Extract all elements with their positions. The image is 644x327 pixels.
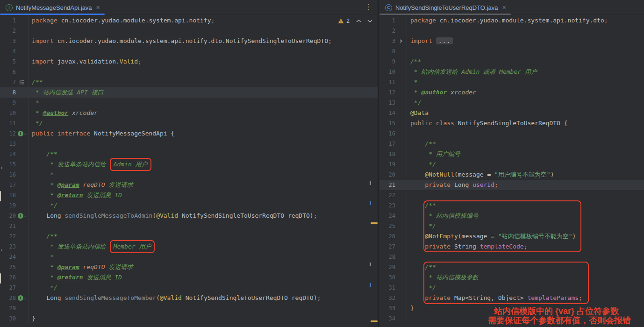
code-line[interactable]: 17 /** — [379, 139, 644, 149]
line-number[interactable]: 11 — [0, 118, 16, 128]
error-stripe-mark[interactable] — [0, 273, 1, 284]
code-line[interactable]: 9 * — [0, 98, 378, 108]
line-number[interactable]: 13 — [0, 139, 16, 149]
line-number[interactable]: 18 — [379, 149, 395, 159]
line-number[interactable]: 3 — [0, 36, 16, 46]
error-stripe-mark[interactable] — [370, 181, 371, 185]
code-line[interactable]: 3import ... — [379, 36, 644, 46]
line-number[interactable]: 22 — [379, 190, 395, 200]
code-line[interactable]: 20 @NotNull(message = "用户编号不能为空") — [379, 170, 644, 180]
code-line[interactable]: 27 */ — [0, 283, 378, 293]
line-number[interactable]: 12 — [379, 87, 395, 98]
code-line[interactable]: 1package cn.iocoder.yudao.module.system.… — [379, 15, 644, 26]
line-number[interactable]: 11 — [379, 77, 395, 87]
line-number[interactable]: 29 — [0, 303, 16, 313]
line-number[interactable]: 28 — [379, 252, 395, 262]
code-line[interactable]: 12 * @author xrcoder — [379, 87, 644, 98]
code-line[interactable]: 28 — [379, 252, 644, 262]
code-line[interactable]: 5import javax.validation.Valid; — [0, 57, 378, 67]
code-line[interactable]: 32 private Map<String, Object> templateP… — [379, 293, 644, 303]
line-number[interactable]: 30 — [0, 313, 16, 324]
line-number[interactable]: 31 — [379, 283, 395, 293]
line-number[interactable]: 19 — [0, 200, 16, 211]
line-number[interactable]: 29 — [379, 262, 395, 272]
code-line[interactable]: 6 — [0, 67, 378, 77]
code-line[interactable]: 26 * @return 发送消息 ID — [0, 272, 378, 283]
close-icon[interactable]: × — [96, 4, 100, 11]
line-number[interactable]: 17 — [0, 180, 16, 190]
line-number[interactable]: 15 — [0, 159, 16, 170]
code-line[interactable]: 16 — [379, 128, 644, 139]
code-line[interactable]: 29 /** — [379, 262, 644, 272]
line-number[interactable]: 2 — [379, 26, 395, 36]
code-line[interactable]: 26 @NotEmpty(message = "站内信模板编号不能为空") — [379, 231, 644, 242]
code-line[interactable]: 7/** — [0, 77, 378, 87]
line-number[interactable]: 26 — [0, 272, 16, 283]
line-number[interactable]: 21 — [0, 221, 16, 231]
tab-notifymessagesendapi[interactable]: I NotifyMessageSendApi.java × — [0, 0, 105, 15]
implementation-marker-icon[interactable]: I↓ — [16, 128, 28, 139]
code-line[interactable]: 2 — [379, 26, 644, 36]
code-line[interactable]: 28I↓ Long sendSingleMessageToMember(@Val… — [0, 293, 378, 303]
code-line[interactable]: 23 /** — [379, 200, 644, 211]
next-warning-icon[interactable] — [367, 19, 373, 23]
code-line[interactable]: 30} — [0, 313, 378, 324]
code-line[interactable]: 17 * @param reqDTO 发送请求 — [0, 180, 378, 190]
line-number[interactable]: 10 — [0, 108, 16, 118]
code-line[interactable]: 1package cn.iocoder.yudao.module.system.… — [0, 15, 378, 26]
line-number[interactable]: 9 — [379, 57, 395, 67]
fold-arrow-icon[interactable] — [395, 36, 407, 46]
more-menu-icon[interactable]: ⋮ — [365, 2, 372, 11]
line-number[interactable]: 14 — [379, 108, 395, 118]
error-stripe-mark[interactable] — [1, 249, 2, 251]
error-stripe-mark[interactable] — [371, 222, 378, 224]
line-number[interactable]: 4 — [0, 46, 16, 57]
line-number[interactable]: 1 — [0, 15, 16, 26]
code-line[interactable]: 22 /** — [0, 231, 378, 242]
code-line[interactable]: 11 * — [379, 77, 644, 87]
code-line[interactable]: 16 * — [0, 170, 378, 180]
implementation-marker-icon[interactable]: I↓ — [16, 293, 28, 303]
code-line[interactable]: 23 * 发送单条站内信给 Member 用户 — [0, 242, 378, 252]
code-line[interactable]: 21 — [0, 221, 378, 231]
implementation-marker-icon[interactable]: I↓ — [16, 211, 28, 221]
error-stripe-mark[interactable] — [0, 191, 1, 201]
error-stripe-mark[interactable] — [370, 283, 371, 287]
code-line-current[interactable]: 8 * 站内信发送 API 接口 — [0, 87, 378, 98]
line-number[interactable]: 12 — [0, 128, 16, 139]
code-line-current[interactable]: 21 private Long userId; — [379, 180, 644, 190]
line-number[interactable]: 6 — [0, 67, 16, 77]
line-number[interactable]: 19 — [379, 159, 395, 170]
code-line[interactable]: 10 * 站内信发送给 Admin 或者 Member 用户 — [379, 67, 644, 77]
tab-notifysendsingletouserreqdto[interactable]: C NotifySendSingleToUserReqDTO.java × — [379, 0, 511, 15]
code-line[interactable]: 8 — [379, 46, 644, 57]
code-line[interactable]: 25 */ — [379, 221, 644, 231]
code-line[interactable]: 29 — [0, 303, 378, 313]
line-number[interactable]: 14 — [0, 149, 16, 159]
code-line[interactable]: 19 */ — [0, 200, 378, 211]
code-line[interactable]: 9/** — [379, 57, 644, 67]
code-line[interactable]: 22 — [379, 190, 644, 200]
code-line[interactable]: 4 — [0, 46, 378, 57]
code-line[interactable]: 24 * — [0, 252, 378, 262]
editor-pane-right[interactable]: C NotifySendSingleToUserReqDTO.java × 1p… — [379, 0, 644, 327]
code-line[interactable]: 10 * @author xrcoder — [0, 108, 378, 118]
code-line[interactable]: 13 */ — [379, 98, 644, 108]
line-number[interactable]: 3 — [379, 36, 395, 46]
error-stripe-mark[interactable] — [370, 201, 371, 205]
line-number[interactable]: 23 — [379, 200, 395, 211]
line-number[interactable]: 20 — [379, 170, 395, 180]
line-number[interactable]: 24 — [0, 252, 16, 262]
close-icon[interactable]: × — [502, 4, 506, 11]
line-number[interactable]: 23 — [0, 242, 16, 252]
code-line[interactable]: 14 /** — [0, 149, 378, 159]
code-line[interactable]: 13 — [0, 139, 378, 149]
line-number[interactable]: 33 — [379, 303, 395, 313]
line-number[interactable]: 25 — [0, 262, 16, 272]
line-number[interactable]: 1 — [379, 15, 395, 26]
line-number[interactable]: 16 — [0, 170, 16, 180]
line-number[interactable]: 8 — [379, 46, 395, 57]
error-stripe-mark[interactable] — [1, 167, 2, 169]
line-number[interactable]: 20 — [0, 211, 16, 221]
code-line[interactable]: 30 * 站内信模板参数 — [379, 272, 644, 283]
